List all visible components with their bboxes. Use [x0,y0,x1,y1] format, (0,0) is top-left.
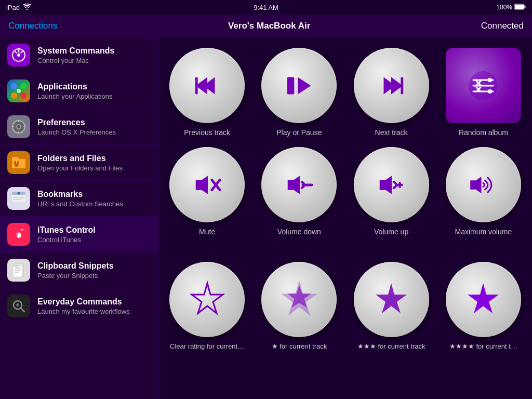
svg-marker-43 [298,77,311,94]
svg-rect-26 [13,199,21,200]
svg-rect-25 [13,197,24,198]
sidebar-item-clipboard[interactable]: Clipboard Snippets Paste your Snippets [0,252,158,288]
applications-text: Applications Launch your Applications [37,82,113,100]
status-time: 9:41 AM [254,4,278,11]
everyday-icon [7,295,30,317]
one-star-label: ★ for current track [272,342,327,350]
connections-button[interactable]: Connections [8,21,58,31]
vol-down-circle [261,147,337,222]
svg-point-13 [17,125,20,128]
svg-marker-62 [380,176,392,194]
prev-track-label: Previous track [184,128,230,137]
four-star-label: ★★★★ for current t… [449,342,517,350]
sidebar-item-folders[interactable]: Folders and Files Open your Folders and … [0,145,158,181]
vol-down-label: Volume down [277,228,321,236]
nav-bar: Connections Vero's MacBook Air Connected [0,15,532,37]
prev-track-button[interactable]: Previous track [164,48,250,137]
sidebar-item-applications[interactable]: Applications Launch your Applications [0,73,158,109]
three-star-circle [354,262,429,337]
next-track-circle [354,48,429,123]
clipboard-text: Clipboard Snippets Paste your Snippets [37,261,114,280]
three-star-button[interactable]: ★★★ for current track [348,262,435,350]
media-buttons-grid: Previous track Play or Pause [164,48,527,137]
svg-point-8 [11,92,17,99]
clear-rating-label: Clear rating for current… [170,342,244,350]
folders-icon [7,151,30,174]
svg-point-51 [488,78,492,82]
sidebar: System Commands Control your Mac Applica… [0,37,158,399]
vol-up-button[interactable]: Volume up [348,147,435,236]
system-text: System Commands Control your Mac [37,46,115,64]
spacer [164,246,527,262]
battery-label: 100% [496,4,512,11]
svg-rect-35 [15,265,18,267]
svg-rect-14 [18,120,19,122]
mute-circle [169,147,245,222]
svg-rect-2 [515,5,524,9]
battery-icon [514,4,526,11]
vol-down-button[interactable]: Volume down [256,147,342,236]
connected-status: Connected [481,21,524,31]
svg-rect-33 [15,270,21,271]
clear-rating-button[interactable]: Clear rating for current… [164,262,250,350]
svg-marker-70 [468,283,499,313]
bookmarks-text: Bookmarks URLs and Custom Searches [37,190,123,208]
svg-rect-20 [15,165,18,167]
svg-point-6 [11,83,17,89]
main-content: Previous track Play or Pause [158,37,532,399]
svg-marker-60 [288,176,300,194]
svg-point-24 [18,192,20,195]
svg-line-37 [21,308,24,312]
prev-track-circle [169,48,245,123]
ipad-label: iPad [6,4,20,11]
svg-point-10 [17,89,21,93]
play-pause-button[interactable]: Play or Pause [256,48,342,137]
device-title: Vero's MacBook Air [228,21,310,31]
one-star-button[interactable]: ★ for current track [256,262,342,350]
svg-rect-42 [287,77,295,94]
next-track-label: Next track [375,128,408,137]
next-track-button[interactable]: Next track [348,48,435,137]
svg-point-9 [20,92,26,99]
svg-point-38 [16,303,19,307]
svg-rect-1 [525,6,526,8]
svg-rect-32 [15,268,21,269]
svg-rect-17 [23,126,25,127]
svg-marker-57 [195,176,207,194]
max-vol-circle [446,147,521,222]
svg-marker-66 [192,283,223,313]
sidebar-item-preferences[interactable]: Preferences Launch OS X Preferences [0,109,158,145]
sidebar-item-system[interactable]: System Commands Control your Mac [0,37,158,73]
clear-rating-circle [169,262,245,337]
sidebar-item-itunes[interactable]: iTunes Control Control iTunes [0,217,158,252]
svg-rect-16 [12,126,14,127]
wifi-icon [23,4,31,11]
three-star-label: ★★★ for current track [357,342,425,350]
main-layout: System Commands Control your Mac Applica… [0,37,532,399]
apps-icon [7,79,30,102]
svg-marker-69 [376,283,407,313]
sidebar-item-bookmarks[interactable]: Bookmarks URLs and Custom Searches [0,181,158,217]
play-pause-label: Play or Pause [276,128,322,137]
svg-rect-41 [195,77,197,94]
system-icon [7,44,30,66]
svg-rect-31 [13,265,22,277]
four-star-button[interactable]: ★★★★ for current t… [440,262,527,350]
vol-up-circle [354,147,429,222]
svg-point-7 [20,83,26,89]
preferences-text: Preferences Launch OS X Preferences [37,118,116,136]
mute-button[interactable]: Mute [164,147,250,236]
clipboard-icon [7,259,30,282]
everyday-text: Everyday Commands Launch my favourite wo… [37,297,130,315]
bookmarks-icon [7,187,30,210]
svg-point-52 [488,89,492,94]
svg-rect-21 [16,161,17,163]
random-album-button[interactable]: Random album [440,48,527,137]
svg-rect-15 [18,131,19,134]
one-star-circle [261,262,337,337]
svg-marker-65 [471,177,482,193]
sidebar-item-everyday[interactable]: Everyday Commands Launch my favourite wo… [0,288,158,324]
folders-text: Folders and Files Open your Folders and … [37,154,123,172]
max-vol-button[interactable]: Maximum volume [440,147,527,236]
svg-rect-34 [15,272,19,273]
